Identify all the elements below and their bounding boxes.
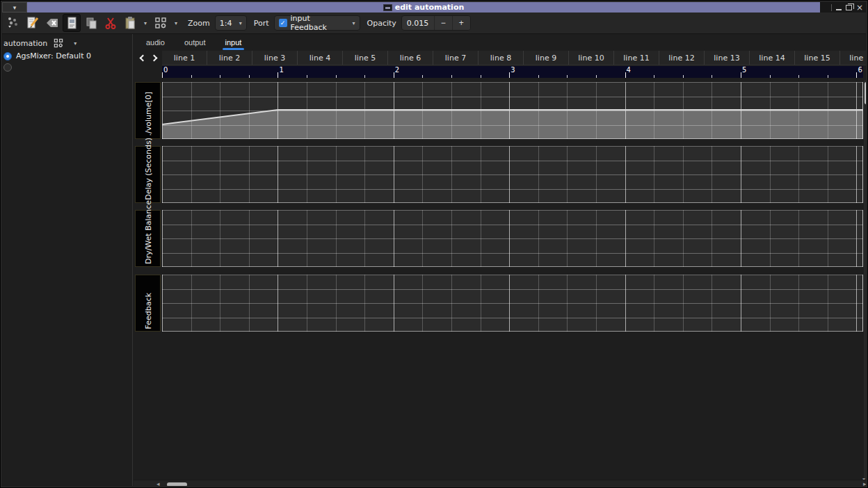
automation-lane-1: Delay (Seconds) (134, 146, 866, 203)
line-header-5[interactable]: line 5 (343, 51, 388, 65)
tools-dropdown[interactable]: ▾ (171, 14, 181, 32)
channel-tabs: audiooutputinput (136, 34, 251, 50)
line-header-3[interactable]: line 3 (252, 51, 298, 65)
scroll-right-icon[interactable]: ▸ (863, 480, 866, 486)
window-icon (383, 4, 392, 11)
radio-icon[interactable] (3, 52, 12, 60)
automation-scope-row: automation ▾ (2, 34, 132, 50)
line-header-8[interactable]: line 8 (479, 51, 524, 65)
position-tool-button[interactable] (4, 14, 22, 32)
position-tool-icon (6, 16, 20, 30)
horizontal-scrollbar[interactable] (162, 482, 856, 486)
cut-icon (104, 16, 118, 30)
scroll-left-icon[interactable]: ◂ (156, 480, 160, 486)
opacity-increment-button[interactable]: + (452, 15, 470, 31)
clear-tool-button[interactable] (43, 14, 61, 32)
chevron-right-icon (150, 55, 157, 62)
select-tool-button[interactable] (63, 14, 81, 32)
line-header-13[interactable]: line 13 (705, 51, 750, 65)
line-cells: line 1line 2line 3line 4line 5line 6line… (162, 51, 866, 65)
line-header-7[interactable]: line 7 (433, 51, 479, 65)
paste-icon (123, 16, 137, 30)
automation-lane-2: Dry/Wet Balance (134, 210, 866, 267)
opacity-label: Opacity (367, 19, 396, 28)
copy-button[interactable] (82, 14, 100, 32)
lane-label-block: Dry/Wet Balance (135, 210, 161, 267)
titlebar-drag-area[interactable]: edit automation (27, 2, 820, 13)
clear-tool-icon (45, 16, 59, 30)
chevron-down-icon: ▾ (13, 4, 17, 11)
ruler-label-3: 3 (511, 66, 515, 74)
machine-label: AgsMixer: Default 0 (16, 51, 91, 60)
radio-icon[interactable] (3, 63, 12, 72)
edit-automation-window: ▾ edit automation × (0, 0, 868, 488)
line-header-14[interactable]: line 14 (750, 51, 795, 65)
restore-button[interactable] (846, 5, 852, 10)
paste-button[interactable] (121, 14, 139, 32)
time-ruler: 0123456 (162, 66, 863, 78)
line-header-6[interactable]: line 6 (388, 51, 433, 65)
lane-grid[interactable] (162, 275, 863, 332)
line-header-10[interactable]: line 10 (569, 51, 614, 65)
port-combo[interactable]: ✓ input Feedback ▾ (274, 15, 360, 31)
vertical-scrollbar-thumb[interactable] (865, 82, 866, 104)
line-header-16[interactable]: line 16 (840, 51, 866, 65)
lane-grid[interactable] (162, 82, 863, 139)
ruler-label-2: 2 (395, 66, 399, 74)
machine-radio-1[interactable] (2, 62, 132, 73)
tab-output[interactable]: output (175, 34, 216, 50)
opacity-value[interactable]: 0.015 (402, 19, 434, 28)
lane-label-block: Delay (Seconds) (135, 146, 161, 203)
window-title: edit automation (395, 3, 465, 12)
window-controls: × (820, 2, 866, 13)
toolbar: ▾ ▾ Zoom 1:4 ▾ Port ✓ input Feedback ▾ O… (2, 13, 866, 34)
line-header-1[interactable]: line 1 (162, 51, 207, 65)
tab-input[interactable]: input (216, 34, 252, 50)
zoom-combo[interactable]: 1:4 ▾ (215, 15, 247, 31)
vertical-scrollbar[interactable] (864, 80, 866, 481)
lane-grid[interactable] (162, 210, 863, 267)
opacity-spinbutton: 0.015 − + (401, 15, 471, 31)
ruler-label-0: 0 (163, 66, 168, 74)
minimize-button[interactable] (836, 9, 842, 10)
copy-icon (84, 16, 98, 30)
automation-sidebar: automation ▾ AgsMixer: Default 0 (2, 34, 133, 486)
window-menu-button[interactable]: ▾ (2, 2, 27, 13)
zoom-value: 1:4 (220, 19, 232, 28)
ruler-label-5: 5 (742, 66, 746, 74)
select-tool-icon (65, 16, 79, 30)
lane-label-text: ./volume[0] (143, 92, 152, 136)
port-label: Port (254, 19, 269, 28)
scroll-lines-left-button[interactable] (135, 51, 148, 65)
scroll-lines-right-button[interactable] (148, 51, 161, 65)
line-header-15[interactable]: line 15 (795, 51, 840, 65)
automation-lane-0: ./volume[0] (134, 82, 866, 139)
machine-tools-icon (154, 16, 168, 30)
automation-curve[interactable] (162, 82, 863, 139)
port-value: input Feedback (291, 14, 349, 32)
ruler-label-1: 1 (279, 66, 283, 74)
line-header-9[interactable]: line 9 (524, 51, 569, 65)
paste-options-dropdown[interactable]: ▾ (140, 14, 150, 32)
machine-selector-icon[interactable] (53, 38, 64, 49)
machine-radio-0[interactable]: AgsMixer: Default 0 (2, 50, 132, 62)
port-checkbox[interactable]: ✓ (279, 19, 287, 27)
tab-audio[interactable]: audio (136, 34, 175, 50)
automation-editor: audiooutputinput line 1line 2line 3line … (134, 34, 866, 486)
line-header-row: line 1line 2line 3line 4line 5line 6line… (134, 51, 866, 65)
opacity-decrement-button[interactable]: − (434, 15, 452, 31)
lane-grid[interactable] (162, 146, 863, 203)
close-button[interactable]: × (856, 4, 863, 11)
line-header-4[interactable]: line 4 (298, 51, 343, 65)
line-header-11[interactable]: line 11 (614, 51, 659, 65)
edit-tool-button[interactable] (24, 14, 42, 32)
line-header-12[interactable]: line 12 (659, 51, 705, 65)
cut-button[interactable] (102, 14, 120, 32)
lane-label-text: Delay (Seconds) (143, 138, 152, 200)
lane-label-text: Dry/Wet Balance (143, 200, 152, 264)
line-header-2[interactable]: line 2 (207, 51, 252, 65)
machine-tools-button[interactable] (152, 14, 170, 32)
machine-selector-dropdown[interactable]: ▾ (74, 40, 77, 47)
ruler-label-4: 4 (627, 66, 631, 74)
horizontal-scrollbar-thumb[interactable] (167, 482, 187, 486)
